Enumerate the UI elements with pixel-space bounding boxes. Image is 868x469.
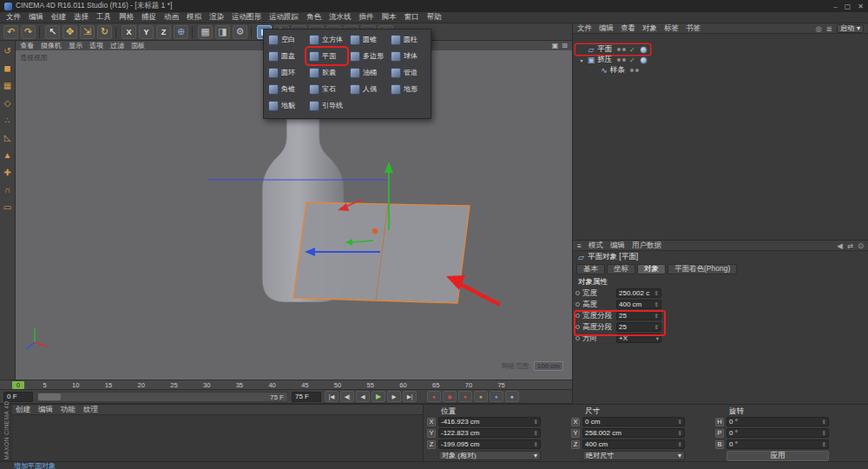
coordinate-input[interactable]: 0 ° ⇕ [727,439,829,449]
attribute-tab[interactable]: 基本 [576,264,605,274]
apply-button[interactable]: 应用 [727,451,829,461]
menu-item[interactable]: 动画 [164,12,179,23]
primitive-item[interactable]: 圆锥 [347,31,388,48]
object-manager-menu-item[interactable]: 查看 [621,23,635,34]
coordinate-mode-dropdown[interactable]: 对象 (相对) ▾ [438,451,541,460]
stepper-icon[interactable]: ⇕ [678,419,682,426]
menu-item[interactable]: 模拟 [187,12,201,23]
object-manager-menu-item[interactable]: 文件 [577,23,592,34]
prev-key-button[interactable]: ◀| [340,391,354,402]
enable-check-icon[interactable]: ✓ [629,56,635,64]
render-region-icon[interactable]: ◨ [215,25,230,39]
menu-item[interactable]: 流水线 [329,12,352,23]
coordinate-input[interactable]: 400 cm ⇕ [582,439,685,449]
primitive-item[interactable]: 地貌 [266,97,306,114]
goto-start-button[interactable]: |◀ [325,391,339,402]
play-button[interactable]: ▶ [372,391,385,402]
object-name[interactable]: 平面 [597,44,612,55]
key-scale-button[interactable]: ● [474,391,488,402]
snap-icon[interactable]: ∩ [2,183,14,195]
viewport-menu-item[interactable]: 选项 [89,41,103,50]
menu-item[interactable]: 创建 [51,12,66,23]
object-name[interactable]: 样条 [610,65,625,76]
stepper-icon[interactable]: ⇕ [654,313,659,320]
primitive-item[interactable]: 立方体 [306,31,347,48]
menu-item[interactable]: 选择 [74,12,89,23]
menu-item[interactable]: 运动跟踪 [269,12,299,23]
scale-icon[interactable]: ⇲ [80,25,95,39]
primitive-item[interactable]: 球体 [388,48,429,64]
x-axis-lock-button[interactable]: X [122,25,136,39]
keyframe-dot-icon[interactable] [575,314,580,318]
coordinate-input[interactable]: 0 ° ⇕ [727,417,829,426]
material-menu-item[interactable]: 纹理 [83,405,98,415]
attribute-menu-item[interactable]: 模式 [589,241,603,251]
menu-item[interactable]: 文件 [6,12,21,23]
primitive-item[interactable]: 地形 [388,81,429,97]
viewport-menu-item[interactable]: 面板 [131,41,145,50]
primitive-item[interactable]: 管道 [388,64,429,81]
layout-switcher[interactable]: 启动 ▾ [837,24,864,33]
size-mode-dropdown[interactable]: 绝对尺寸 ▾ [582,451,685,460]
menu-item[interactable]: 网格 [119,12,134,23]
keyframe-dot-icon[interactable] [575,336,580,340]
end-frame-field[interactable]: 75 F [292,392,321,402]
lock-icon[interactable]: ⊙ [858,241,864,250]
rotate-icon[interactable]: ↻ [97,25,112,39]
edges-mode-icon[interactable]: ◺ [2,131,14,143]
plane-object[interactable] [293,202,470,303]
menu-item[interactable]: 渲染 [209,12,224,23]
field-input[interactable]: +X ▾ [616,334,661,343]
primitive-item[interactable]: 空白 [266,31,306,48]
points-mode-icon[interactable]: ∴ [2,114,14,126]
key-parameter-button[interactable]: ● [505,391,519,402]
menu-item[interactable]: 编辑 [29,12,43,23]
material-menu-item[interactable]: 功能 [61,405,76,415]
attribute-menu-item[interactable]: 编辑 [610,241,625,251]
range-slider-handle[interactable] [38,393,61,400]
primitive-item[interactable]: 圆柱 [388,31,429,48]
primitive-item[interactable]: 圆盘 [266,48,306,64]
object-manager-menu-item[interactable]: 对象 [642,23,657,34]
stepper-icon[interactable]: ⇕ [822,441,826,448]
field-input[interactable]: 25 ⇕ [616,322,661,332]
coordinate-input[interactable]: 0 cm ⇕ [582,417,685,426]
render-settings-icon[interactable]: ⚙ [233,25,247,39]
keyframe-dot-icon[interactable] [575,302,580,307]
material-menu-item[interactable]: 编辑 [38,405,53,415]
z-axis-lock-button[interactable]: Z [156,25,171,39]
menu-item[interactable]: 角色 [306,12,321,23]
current-frame-marker[interactable]: 0 [12,381,24,389]
attribute-menu-item[interactable]: 用户数据 [632,241,661,251]
primitive-item[interactable]: 油桶 [347,64,388,81]
stepper-icon[interactable]: ⇕ [822,419,826,426]
model-mode-icon[interactable]: ◼ [2,62,14,74]
layers-icon[interactable]: ≣ [826,24,832,33]
phong-tag-icon[interactable] [640,56,648,64]
redo-icon[interactable]: ↷ [21,25,36,39]
visibility-dots[interactable] [617,58,626,62]
primitive-item[interactable]: 人偶 [347,81,388,97]
render-view-icon[interactable]: ▦ [198,25,213,39]
menu-item[interactable]: 帮助 [427,12,442,23]
timeline-range-slider[interactable]: 75 F [36,392,288,402]
object-manager-menu-item[interactable]: 书签 [686,23,700,34]
menu-item[interactable]: 捕捉 [141,12,156,23]
field-input[interactable]: 25 ⇕ [616,311,661,320]
viewport-menu-item[interactable]: 显示 [69,41,82,50]
primitive-item[interactable]: 胶囊 [306,64,347,81]
挤压[interactable]: ▾ ▣ 挤压 ✓ [575,55,865,65]
stepper-icon[interactable]: ⇕ [534,441,538,448]
viewport-menu-item[interactable]: 查看 [20,41,34,50]
primitive-item[interactable]: 引导线 [306,97,347,114]
move-icon[interactable]: ✥ [62,25,77,39]
search-icon[interactable]: ◎ [815,24,821,33]
平面[interactable]: ▾ ▱ 平面 ✓ [575,44,865,55]
polygons-mode-icon[interactable]: ▲ [2,149,14,161]
stepper-icon[interactable]: ▾ [656,335,659,342]
key-position-button[interactable]: ● [458,391,472,402]
live-selection-icon[interactable]: ↖ [45,25,60,39]
visibility-dots[interactable] [630,69,639,72]
undo-icon[interactable]: ↶ [3,25,18,39]
workplane-mode-icon[interactable]: ◇ [2,96,14,109]
